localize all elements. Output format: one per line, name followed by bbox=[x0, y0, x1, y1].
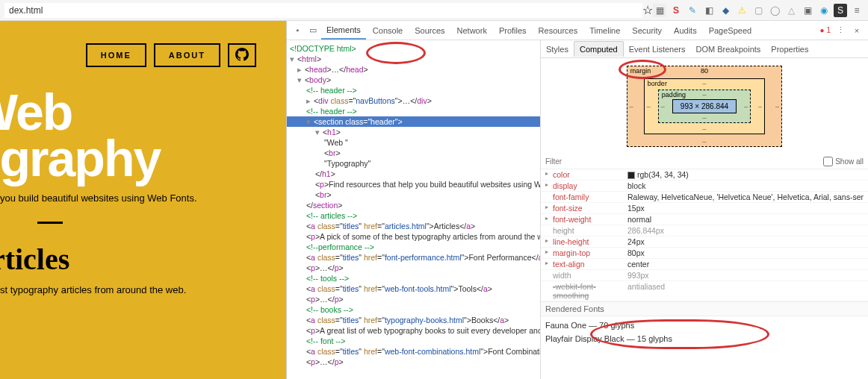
tab-network[interactable]: Network bbox=[452, 22, 492, 39]
sidetab-dom-breakpoints[interactable]: DOM Breakpoints bbox=[691, 42, 766, 57]
tab-pagespeed[interactable]: PageSpeed bbox=[704, 22, 757, 39]
device-icon[interactable]: ▭ bbox=[306, 24, 320, 37]
github-button[interactable] bbox=[228, 43, 256, 67]
more-icon[interactable]: ⋮ bbox=[834, 24, 847, 37]
tab-audits[interactable]: Audits bbox=[669, 22, 702, 39]
github-icon bbox=[235, 48, 249, 61]
ext-icon[interactable]: ◯ bbox=[768, 4, 781, 17]
url-bar: ☆ ▦ S ✎ ◧ ◆ ⚠ ▢ ◯ △ ▣ ◉ S ≡ bbox=[0, 0, 868, 21]
ext-icon[interactable]: ▢ bbox=[751, 4, 765, 17]
ext-icon[interactable]: ⚠ bbox=[735, 4, 748, 17]
filter-input[interactable] bbox=[545, 157, 823, 166]
rendered-fonts-list: Fauna One — 70 glyphs Playfair Display B… bbox=[541, 316, 868, 348]
divider bbox=[37, 222, 63, 224]
sidebar-tabs: Styles Computed Event Listeners DOM Brea… bbox=[541, 40, 868, 58]
margin-top-value: 80 bbox=[701, 67, 708, 75]
doctype: <!DOCTYPE html> bbox=[290, 44, 356, 53]
tab-profiles[interactable]: Profiles bbox=[494, 22, 532, 39]
sidetab-properties[interactable]: Properties bbox=[766, 42, 813, 57]
box-model[interactable]: 80 ––– –––– –––– 993 × 286.844 bbox=[541, 58, 868, 154]
hamburger-icon[interactable]: ≡ bbox=[850, 4, 864, 17]
page-title: Webography bbox=[0, 90, 271, 182]
sidetab-event-listeners[interactable]: Event Listeners bbox=[624, 42, 691, 57]
show-all-checkbox[interactable]: Show all bbox=[823, 157, 864, 166]
nav-buttons: HOME ABOUT bbox=[0, 43, 271, 67]
bookmark-star-icon[interactable]: ☆ bbox=[642, 3, 653, 17]
ext-icon[interactable]: △ bbox=[784, 4, 798, 17]
rendered-fonts-header: Rendered Fonts bbox=[541, 301, 868, 316]
extension-icons: ▦ S ✎ ◧ ◆ ⚠ ▢ ◯ △ ▣ ◉ S ≡ bbox=[653, 4, 864, 17]
sidetab-styles[interactable]: Styles bbox=[541, 42, 574, 57]
computed-properties: colorrgb(34, 34, 34) displayblock font-f… bbox=[541, 169, 868, 301]
elements-tree[interactable]: <!DOCTYPE html> ▾<html> ▸<head>…</head> … bbox=[287, 40, 541, 379]
home-button[interactable]: HOME bbox=[86, 43, 146, 67]
close-icon[interactable]: × bbox=[850, 24, 864, 37]
tab-timeline[interactable]: Timeline bbox=[584, 22, 625, 39]
rendered-page: HOME ABOUT Webography you build beautifu… bbox=[0, 21, 286, 379]
sidetab-computed[interactable]: Computed bbox=[574, 41, 624, 57]
ext-icon[interactable]: ▦ bbox=[653, 4, 666, 17]
tab-console[interactable]: Console bbox=[368, 22, 408, 39]
about-button[interactable]: ABOUT bbox=[154, 43, 220, 67]
section-heading: Articles bbox=[0, 242, 271, 277]
tab-resources[interactable]: Resources bbox=[533, 22, 583, 39]
error-badge[interactable]: ● 1 bbox=[820, 26, 831, 34]
ext-icon[interactable]: ▣ bbox=[801, 4, 814, 17]
ext-icon[interactable]: ◆ bbox=[719, 4, 732, 17]
url-input[interactable] bbox=[4, 3, 642, 18]
ext-icon[interactable]: ✎ bbox=[686, 4, 699, 17]
ext-icon[interactable]: ◉ bbox=[817, 4, 831, 17]
filter-row: Show all bbox=[541, 154, 868, 169]
devtools-sidebar: Styles Computed Event Listeners DOM Brea… bbox=[541, 40, 868, 379]
page-subtitle: you build beautiful websites using Web F… bbox=[0, 192, 271, 204]
tab-sources[interactable]: Sources bbox=[409, 22, 450, 39]
devtools: ⭑ ▭ Elements Console Sources Network Pro… bbox=[286, 21, 868, 379]
ext-icon[interactable]: ◧ bbox=[702, 4, 716, 17]
hero-section: Webography you build beautiful websites … bbox=[0, 90, 271, 295]
section-subtitle: st typography articles from around the w… bbox=[0, 284, 271, 295]
tab-security[interactable]: Security bbox=[627, 22, 667, 39]
inspect-icon[interactable]: ⭑ bbox=[291, 24, 305, 37]
selected-element[interactable]: ▾<section class="header"> bbox=[287, 116, 540, 127]
devtools-toolbar: ⭑ ▭ Elements Console Sources Network Pro… bbox=[287, 21, 868, 40]
ext-icon[interactable]: S bbox=[669, 4, 683, 17]
box-content-size: 993 × 286.844 bbox=[672, 99, 737, 113]
tab-elements[interactable]: Elements bbox=[321, 22, 366, 40]
ext-icon[interactable]: S bbox=[834, 4, 847, 17]
